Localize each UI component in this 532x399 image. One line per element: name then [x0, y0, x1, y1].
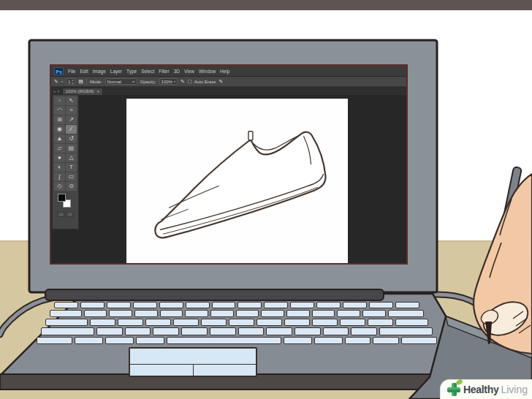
crop-tool[interactable]: ⊞ — [54, 115, 65, 124]
keyboard-key — [312, 319, 338, 326]
keyboard-key — [167, 337, 281, 344]
keyboard-key — [37, 337, 72, 344]
mode-label: Mode: — [90, 80, 102, 84]
keyboard-key — [284, 319, 310, 326]
keyboard-row — [41, 327, 433, 335]
eraser-tool[interactable]: ▱ — [54, 144, 65, 153]
hand-tool[interactable]: ◇ — [54, 182, 65, 191]
keyboard-key — [340, 319, 365, 326]
opacity-value[interactable]: 100% — [162, 79, 172, 85]
keyboard-key — [266, 327, 292, 335]
options-bar: ✎ ▾ 1 ▴▾ ▤ Mode: Normal ▴▾ Opacity: 100%… — [51, 77, 406, 87]
keyboard-key — [210, 327, 236, 335]
keyboard-key — [133, 302, 157, 308]
brush-panel-toggle-icon[interactable]: ▤ — [78, 79, 83, 84]
mode-dropdown-icon[interactable]: ▴▾ — [132, 80, 135, 83]
move-tool[interactable]: ↖ — [66, 96, 77, 105]
menu-item-image[interactable]: Image — [93, 69, 106, 74]
tool-preset-dropdown-icon[interactable]: ▾ — [61, 80, 63, 83]
menu-item-help[interactable]: Help — [220, 69, 229, 74]
keyboard-key — [75, 337, 103, 344]
quick-selection-tool[interactable]: ≈ — [66, 106, 77, 115]
keyboard-key — [118, 319, 143, 326]
hinge-bar — [45, 289, 384, 300]
auto-erase-checkbox[interactable] — [188, 80, 191, 83]
menu-item-3d[interactable]: 3D — [174, 69, 180, 74]
opacity-dropdown-icon[interactable]: ▾ — [174, 80, 175, 83]
healing-brush-tool[interactable]: ◉ — [54, 125, 65, 134]
quick-mask-icon[interactable] — [58, 212, 64, 217]
keyboard-row — [54, 302, 419, 308]
keyboard-key — [210, 310, 234, 317]
keyboard-key — [186, 302, 210, 308]
menu-item-view[interactable]: View — [184, 69, 194, 74]
brush-size-stepper[interactable]: ▴▾ — [72, 79, 73, 85]
brush-size-field[interactable]: 1 ▴▾ — [66, 78, 75, 85]
airbrush-icon[interactable]: ✎ — [180, 79, 185, 84]
shape-tool[interactable]: ▭ — [66, 172, 77, 181]
gradient-tool[interactable]: ▤ — [66, 144, 77, 153]
keyboard-key — [395, 319, 428, 326]
keyboard-key — [107, 302, 131, 308]
keyboard-key — [109, 310, 132, 317]
menu-item-edit[interactable]: Edit — [80, 69, 88, 74]
menu-item-filter[interactable]: Filter — [159, 69, 169, 74]
keyboard-key — [96, 327, 123, 335]
keyboard-key — [153, 327, 179, 335]
document-tab-close-icon[interactable]: × — [97, 88, 100, 95]
brush-size-value[interactable]: 1 — [68, 79, 70, 85]
keyboard-key — [401, 337, 437, 344]
menu-item-file[interactable]: File — [68, 69, 75, 74]
shoe-tab — [248, 132, 253, 140]
keyboard-row — [50, 310, 424, 317]
keyboard-key — [388, 310, 424, 317]
keyboard-key — [134, 310, 158, 317]
document-canvas[interactable] — [126, 99, 348, 263]
lasso-tool[interactable]: ◠ — [54, 106, 65, 115]
pencil-tool-preset-icon[interactable]: ✎ — [54, 79, 58, 84]
pencil-tool[interactable]: ∕ — [66, 125, 77, 134]
menu-item-type[interactable]: Type — [126, 69, 137, 74]
pen-tool[interactable]: ʃ — [54, 172, 65, 181]
keyboard-key — [238, 327, 265, 335]
keyboard-key — [362, 310, 386, 317]
keyboard-key — [323, 327, 349, 335]
keyboard-key — [343, 302, 367, 308]
type-tool[interactable]: T — [66, 163, 77, 172]
rect-marquee-tool[interactable]: ▫ — [54, 96, 65, 105]
sharpen-tool[interactable]: △ — [66, 153, 77, 162]
clone-stamp-tool[interactable]: ▲ — [54, 134, 65, 143]
keyboard-key — [256, 319, 282, 326]
foreground-color-chip[interactable] — [58, 194, 66, 202]
menu-item-window[interactable]: Window — [199, 69, 216, 74]
screen-mode-icon[interactable] — [66, 212, 73, 217]
eyedropper-tool[interactable]: ↗ — [66, 115, 77, 124]
mode-select[interactable]: Normal ▴▾ — [105, 78, 137, 85]
smoothing-icon[interactable]: ✎ — [219, 79, 224, 84]
laptop-trackpad — [129, 347, 257, 377]
menu-item-layer[interactable]: Layer — [110, 69, 122, 74]
photoshop-logo: Ps — [54, 67, 64, 75]
leaf-icon — [455, 379, 463, 386]
dodge-tool[interactable]: ◐ — [54, 163, 65, 172]
keyboard-key — [290, 302, 314, 308]
keyboard-key — [351, 327, 377, 335]
shoe-drawing — [126, 99, 348, 263]
keyboard-key — [181, 327, 208, 335]
zoom-tool[interactable]: ⊙ — [66, 182, 77, 191]
keyboard-key — [314, 337, 343, 344]
keyboard-row — [45, 319, 428, 326]
keyboard-key — [45, 319, 88, 326]
blur-tool[interactable]: ● — [54, 153, 65, 162]
mode-value[interactable]: Normal — [107, 79, 121, 85]
history-brush-tool[interactable]: ↺ — [66, 134, 77, 143]
tool-panel: ▫↖◠≈⊞↗◉∕▲↺▱▤●△◐Tʃ▭◇⊙ — [52, 94, 79, 229]
opacity-select[interactable]: 100% ▾ — [159, 78, 178, 85]
keyboard-key — [84, 310, 107, 317]
wall-trim — [0, 0, 532, 10]
keyboard-key — [264, 302, 288, 308]
keyboard-key — [395, 302, 419, 308]
keyboard-key — [212, 302, 236, 308]
keyboard-key — [286, 310, 310, 317]
menu-item-select[interactable]: Select — [141, 69, 154, 74]
